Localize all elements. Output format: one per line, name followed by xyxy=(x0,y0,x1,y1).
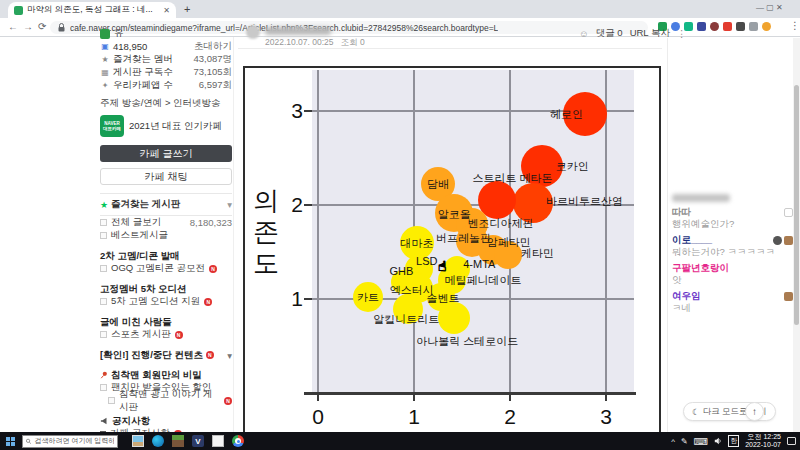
sidebar-section-header[interactable]: 고정멤버 5차 오디션 xyxy=(100,283,232,295)
window-controls[interactable]: — ▢ ✕ xyxy=(756,3,783,12)
forward-icon[interactable]: → xyxy=(23,21,33,32)
browser-tab[interactable]: 마약의 의존도, 독성 그래프 : 네... ✕ xyxy=(8,2,176,18)
tray-ime-indicator[interactable]: 한 xyxy=(728,435,739,447)
chat-nickname[interactable]: 구팔년호랑이 xyxy=(672,262,729,275)
reload-icon[interactable]: ⟳ xyxy=(38,21,46,32)
sidebar-item[interactable]: OGQ 고멤티콘 공모전N xyxy=(100,262,232,275)
checkbox-icon xyxy=(100,298,107,305)
sidebar-item[interactable]: 전체 글보기8,180,323 xyxy=(100,216,232,229)
sidebar-item[interactable]: 베스트게시글 xyxy=(100,229,232,242)
invite-link[interactable]: 초대하기 xyxy=(194,40,232,53)
sidebar-section-header[interactable]: [확인!] 진행/중단 컨텐츠N▾ xyxy=(100,349,232,361)
back-icon[interactable]: ← xyxy=(8,21,18,32)
chat-nickname[interactable]: 따따 xyxy=(672,206,691,219)
chrome-icon[interactable] xyxy=(232,435,244,447)
chat-nickname[interactable]: 이로____ xyxy=(672,234,712,247)
emote-icon xyxy=(784,208,793,217)
chart-bubble xyxy=(438,302,470,334)
sidebar-section-header[interactable]: 침착맨 회원만의 비밀 xyxy=(100,369,232,381)
chat-text: 앗 xyxy=(672,274,793,286)
stat-label: 즐겨찾는 멤버 xyxy=(113,53,173,66)
tray-speaker-icon[interactable] xyxy=(714,437,722,445)
checkbox-icon xyxy=(100,232,107,239)
comment-count[interactable]: 댓글 0 xyxy=(596,27,623,40)
tray-keyboard-icon[interactable]: ⌨ xyxy=(694,436,708,447)
sidebar-section-header[interactable]: 2차 고멤/디콘 발매 xyxy=(100,250,232,262)
tab-close-icon[interactable]: ✕ xyxy=(163,6,170,15)
x-tick-label: 0 xyxy=(307,405,329,429)
cafe-stat-row: ▦게시판 구독수73,105회 xyxy=(100,66,232,79)
notification-icon[interactable] xyxy=(787,437,796,445)
chart-bubble-label: 코카인 xyxy=(556,158,589,173)
member-count: 418,950 xyxy=(113,41,147,52)
checkbox-icon xyxy=(100,265,107,272)
new-tab-button[interactable]: + xyxy=(184,3,190,15)
taskbar-search-input[interactable]: 검색하려면 여기에 입력하십시오 xyxy=(22,435,118,448)
sidebar-menu: ★즐겨찾는 게시판▾전체 글보기8,180,323베스트게시글2차 고멤/디콘 … xyxy=(100,193,232,450)
emote-icon xyxy=(784,236,793,245)
minecraft-icon[interactable] xyxy=(172,435,184,447)
tray-pen-icon[interactable]: ✎ xyxy=(681,437,688,446)
chart-bubble-label: LSD xyxy=(416,255,437,267)
chart-bubble-label: 알킬니트리트 xyxy=(373,312,439,327)
cafe-short-name: 유 xyxy=(114,27,124,40)
task-view-button[interactable] xyxy=(132,435,144,447)
badge-text: 2021년 대표 인기카페 xyxy=(129,120,222,133)
extension-icon[interactable] xyxy=(723,22,732,31)
extension-icon[interactable] xyxy=(749,22,758,31)
chart-bubble-label: 대마초 xyxy=(400,235,433,250)
chevron-down-icon[interactable]: ▾ xyxy=(227,199,232,210)
chat-message-blurred xyxy=(672,194,730,202)
checkbox-icon xyxy=(108,397,115,404)
scroll-top-button[interactable]: ↑ xyxy=(745,402,764,421)
chevron-down-icon[interactable]: ▾ xyxy=(227,350,232,361)
y-tick-mark xyxy=(304,110,312,112)
extension-icon[interactable] xyxy=(762,22,771,31)
x-tick-label: 1 xyxy=(403,405,425,429)
chat-nickname[interactable]: 여우임 xyxy=(672,290,701,303)
sidebar-item[interactable]: 침착맨 광고 이야기 게시판N xyxy=(100,394,232,407)
extension-icon[interactable] xyxy=(736,22,745,31)
stat-label: 게시판 구독수 xyxy=(113,66,173,79)
members-icon: ▣ xyxy=(100,42,110,51)
chart-bubble-label: 바르비투르산염 xyxy=(546,194,623,209)
sidebar-section-header[interactable]: 공지사항 xyxy=(100,415,232,427)
v-app-icon[interactable]: V xyxy=(192,435,204,447)
x-tick-mark xyxy=(605,394,607,401)
start-button[interactable] xyxy=(6,437,15,446)
sidebar-divider xyxy=(233,37,234,432)
x-tick-label: 2 xyxy=(499,405,521,429)
emote-icon xyxy=(773,236,782,245)
taskbar-clock[interactable]: 오전 12:25 2022-10-07 xyxy=(745,433,781,449)
browser-menu-icon[interactable]: ⋮ xyxy=(790,20,800,31)
stat-value: 73,105회 xyxy=(193,66,232,79)
x-tick-mark xyxy=(317,394,319,401)
sidebar-item[interactable]: 스포츠 게시판N xyxy=(100,328,232,341)
smiley-icon[interactable]: ☺ xyxy=(579,28,589,39)
sidebar-item[interactable]: 5차 고멤 오디션 지원N xyxy=(100,295,232,308)
extension-icon[interactable] xyxy=(710,22,719,31)
scrollbar-thumb[interactable] xyxy=(794,85,799,325)
notes-app-icon[interactable] xyxy=(212,435,224,447)
tab-title: 마약의 의존도, 독성 그래프 : 네... xyxy=(27,4,159,16)
chart-bubble-label: 알코올 xyxy=(438,206,471,221)
post-more-icon[interactable]: ⋮ xyxy=(677,28,687,39)
sidebar-fav-header[interactable]: ★즐겨찾는 게시판▾ xyxy=(100,193,232,216)
stat-icon: ✦ xyxy=(100,81,110,90)
tray-chevron-icon[interactable]: ^ xyxy=(671,437,675,446)
tab-favicon xyxy=(14,6,23,15)
edge-icon[interactable] xyxy=(152,435,164,447)
cafe-stat-row: ★즐겨찾는 멤버43,087명 xyxy=(100,53,232,66)
sidebar-section-header[interactable]: 글에 미친 사람들 xyxy=(100,316,232,328)
header-divider xyxy=(238,48,662,49)
cafe-chat-button[interactable]: 카페 채팅 xyxy=(100,168,232,185)
checkbox-icon xyxy=(100,331,107,338)
cafe-stats: ★즐겨찾는 멤버43,087명▦게시판 구독수73,105회✦우리카페앱 수6,… xyxy=(100,53,232,92)
new-badge: N xyxy=(206,351,214,359)
extension-icon[interactable] xyxy=(697,22,706,31)
chart-card: 의존도 독성 0123123헤로인코카인바르비투르산염스트리트 메타돈담배알코올… xyxy=(243,66,661,450)
url-copy-button[interactable]: URL 복사 xyxy=(630,27,670,40)
cafe-write-button[interactable]: 카페 글쓰기 xyxy=(100,145,232,162)
checkbox-icon xyxy=(100,384,107,391)
chart-bubble-label: 카트 xyxy=(357,290,379,305)
